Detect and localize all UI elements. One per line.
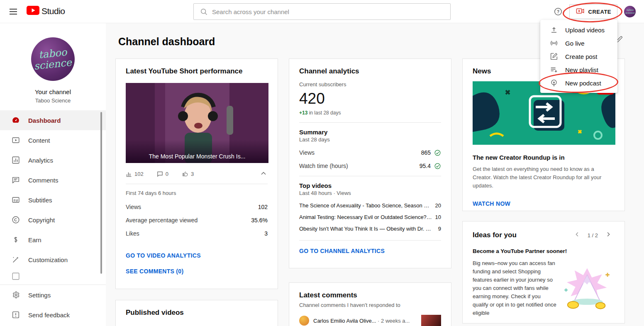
go-to-video-analytics-link[interactable]: GO TO VIDEO ANALYTICS <box>126 252 201 259</box>
sidebar-item-send-feedback[interactable]: Send feedback <box>0 305 106 325</box>
content-icon <box>11 135 21 145</box>
menu-item-label: Create post <box>565 53 598 60</box>
short-video-thumbnail[interactable]: The Most Popular Monster Crush Is... <box>126 83 268 163</box>
comments-stat: 0 <box>157 171 168 177</box>
comment-row[interactable]: Carlos Emilio Avila Olive... · 2 weeks a… <box>299 315 441 326</box>
create-button[interactable]: CREATE <box>569 4 617 19</box>
page-title: Channel dashboard <box>118 36 215 48</box>
ideas-body: Big news–now you can access fan funding … <box>473 259 556 317</box>
sidebar-item-label: Copyright <box>28 217 55 224</box>
card-title: Channel analytics <box>299 67 441 75</box>
divider <box>299 176 441 176</box>
menu-item-new-playlist[interactable]: New playlist <box>540 63 617 76</box>
menu-item-label: New podcast <box>565 80 601 87</box>
channel-avatar[interactable]: taboo science <box>31 37 75 81</box>
account-avatar[interactable]: taboo science <box>624 6 636 17</box>
top-video-row: Obesity Isn't What You Think It Is — Obe… <box>299 223 441 234</box>
card-title: Ideas for you <box>473 231 517 239</box>
card-title: Latest comments <box>299 291 441 299</box>
sidebar-item-label: Send feedback <box>28 311 70 319</box>
sidebar-item-analytics[interactable]: Analytics <box>0 150 106 170</box>
menu-item-upload-videos[interactable]: Upload videos <box>540 23 617 36</box>
summary-row: Watch time (hours) 95.4 <box>299 159 441 173</box>
ideas-headline: Become a YouTube Partner sooner! <box>473 248 615 254</box>
watch-now-link[interactable]: WATCH NOW <box>473 200 510 207</box>
chevron-left-icon[interactable] <box>571 230 583 241</box>
new-playlist-icon <box>549 65 559 74</box>
channel-profile[interactable]: taboo science Your channel Taboo Science <box>0 23 106 104</box>
hamburger-menu-icon[interactable] <box>8 7 18 18</box>
youtube-studio-logo[interactable]: Studio <box>27 6 65 17</box>
sidebar-item-label: Content <box>28 137 50 144</box>
partner-illustration <box>560 259 615 317</box>
sidebar-item-label: Dashboard <box>28 117 61 124</box>
chevron-right-icon[interactable] <box>602 230 615 241</box>
views-stat: 102 <box>126 171 144 177</box>
sidebar-nav: Dashboard Content Analytics Comments Sub… <box>0 110 106 282</box>
sidebar-item-copyright[interactable]: Copyright <box>0 210 106 230</box>
latest-comments-card: Latest comments Channel comments I haven… <box>289 282 451 326</box>
sidebar: taboo science Your channel Taboo Science… <box>0 23 106 326</box>
published-videos-card: Published videos <box>115 300 278 326</box>
pager-count: 1 / 2 <box>588 232 598 238</box>
sidebar-item-label: Comments <box>28 177 59 184</box>
comment-icon <box>157 171 163 177</box>
summary-period: Last 28 days <box>299 136 441 143</box>
top-video-row: The Science of Asexuality - Taboo Scienc… <box>299 199 441 211</box>
sidebar-item-label: Customization <box>28 256 68 263</box>
feedback-icon <box>11 310 21 320</box>
card-title: Latest YouTube Short performance <box>126 67 268 75</box>
summary-title: Summary <box>299 129 441 136</box>
card-title: Published videos <box>126 309 268 317</box>
partial-menu-icon <box>11 271 21 281</box>
go-to-channel-analytics-link[interactable]: GO TO CHANNEL ANALYTICS <box>299 248 385 254</box>
comment-author-line: Carlos Emilio Avila Olive... · 2 weeks a… <box>313 318 417 324</box>
divider <box>299 122 441 123</box>
metric-row: Likes 3 <box>126 227 268 240</box>
sidebar-item-label: Settings <box>28 292 51 299</box>
go-live-icon <box>549 39 559 48</box>
top-videos-title: Top videos <box>299 182 441 189</box>
sidebar-item-content[interactable]: Content <box>0 130 106 150</box>
summary-row: Views 865 <box>299 146 441 159</box>
sidebar-item-customization[interactable]: Customization <box>0 250 106 270</box>
sidebar-item-dashboard[interactable]: Dashboard <box>0 110 106 130</box>
customization-icon <box>11 255 21 265</box>
menu-item-label: New playlist <box>565 66 598 73</box>
menu-item-label: Go live <box>565 40 585 47</box>
chevron-up-icon[interactable] <box>259 169 268 179</box>
menu-item-go-live[interactable]: Go live <box>540 36 617 50</box>
comment-video-thumbnail <box>421 315 441 326</box>
metric-row: Views 102 <box>126 200 268 214</box>
subscriber-count: 420 <box>299 90 441 107</box>
thumbs-up-icon <box>182 170 188 177</box>
sidebar-item-earn[interactable]: Earn <box>0 230 106 250</box>
short-period: First 74 days 6 hours <box>126 190 268 196</box>
menu-item-new-podcast[interactable]: New podcast <box>540 76 617 90</box>
search-input[interactable] <box>212 4 450 19</box>
see-comments-link[interactable]: SEE COMMENTS (0) <box>126 268 183 275</box>
sidebar-item-partial[interactable] <box>0 270 106 282</box>
news-headline: The new Creator Roundup is in <box>473 154 615 161</box>
sidebar-item-label: Subtitles <box>28 197 52 204</box>
comments-subtitle: Channel comments I haven't responded to <box>299 302 441 308</box>
sidebar-item-label: Earn <box>28 236 41 243</box>
commenter-avatar <box>299 316 309 326</box>
your-channel-label: Your channel <box>0 88 106 95</box>
sidebar-scrollbar[interactable] <box>100 112 102 274</box>
create-dropdown-menu: Upload videos Go live Create post New pl… <box>540 20 617 93</box>
sidebar-item-comments[interactable]: Comments <box>0 170 106 190</box>
ideas-pager: 1 / 2 <box>571 230 615 241</box>
sidebar-item-settings[interactable]: Settings <box>0 285 106 305</box>
sidebar-item-subtitles[interactable]: Subtitles <box>0 190 106 210</box>
top-videos-list: The Science of Asexuality - Taboo Scienc… <box>299 199 441 234</box>
short-stats-row: 102 0 3 <box>126 166 268 181</box>
menu-item-create-post[interactable]: Create post <box>540 50 617 63</box>
channel-search-bar[interactable] <box>193 3 451 20</box>
help-icon[interactable]: ? <box>554 7 563 16</box>
summary-rows: Views 865 Watch time (hours) 95.4 <box>299 146 441 173</box>
search-icon <box>200 7 208 16</box>
subscriber-delta: +13 in last 28 days <box>299 110 441 116</box>
channel-analytics-card: Channel analytics Current subscribers 42… <box>289 58 451 268</box>
create-button-label: CREATE <box>588 9 611 15</box>
